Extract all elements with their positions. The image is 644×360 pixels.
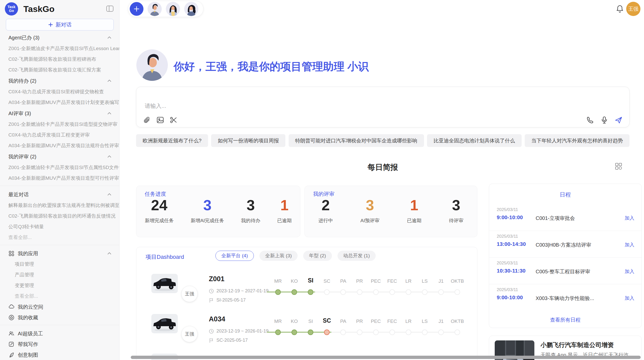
attachment-icon[interactable] xyxy=(143,116,151,124)
sidebar-task-item[interactable]: Z001-全新燃油轻卡产品开发项目SI节点属性5D文件评审 xyxy=(0,162,120,173)
event-time: 10:30-11:30 xyxy=(497,268,525,274)
assistant-avatar-woman-yellow[interactable] xyxy=(166,2,180,16)
stat-item: 1已逾期 xyxy=(407,197,421,224)
divider xyxy=(0,325,120,325)
sidebar-task-item[interactable]: Z001-全新燃油皮卡产品开发项目SI节点Lesson Learn报告 xyxy=(0,43,120,54)
view-all-schedule-link[interactable]: 查看所有日程 xyxy=(489,317,641,323)
microphone-icon[interactable] xyxy=(600,116,608,124)
sidebar-task-item[interactable]: Z001-全新燃油轻卡产品开发项目SI造型提交物评审 xyxy=(0,119,120,130)
schedule-event[interactable]: 2025/03/119:00-10:00X003-车辆动力学性能验...加入 xyxy=(489,284,641,311)
schedule-panel: 日程 2025/03/119:00-10:00C001-立项审批会加入2025/… xyxy=(489,184,642,328)
sidebar-task-item[interactable]: C02-飞腾新能源轻客改款项目里程碑画布 xyxy=(0,54,120,65)
recent-conversation-item[interactable]: 公司Q3轻卡销量 xyxy=(0,221,120,232)
sidebar-task-item[interactable]: C02-飞腾新能源轻客改款项目立项汇报方案 xyxy=(0,65,120,75)
suggestion-chips: 欧洲新规最近颁布了什么?如何写一份清晰的项目周报特朗普可能对进口汽车增税会对中国… xyxy=(136,134,630,147)
app-item[interactable]: 产品管理 xyxy=(0,269,120,280)
app-item[interactable]: 变更管理 xyxy=(0,280,120,291)
sidebar-task-item[interactable]: C0X4-动力总成开发项目SI里程碑提交物检查 xyxy=(0,86,120,97)
feather-pen-icon xyxy=(8,352,14,358)
milestone-dot xyxy=(389,289,395,295)
sidebar-item-favorites[interactable]: 我的收藏 xyxy=(0,312,120,323)
send-icon[interactable] xyxy=(614,116,623,124)
schedule-title: 日程 xyxy=(489,191,641,199)
suggestion-chip[interactable]: 当下年轻人对汽车外观有怎样的喜好趋势 xyxy=(525,134,630,147)
notifications-bell-icon[interactable] xyxy=(616,5,624,13)
milestone-dot xyxy=(357,289,362,295)
stat-item: 24新增完成任务 xyxy=(145,197,174,224)
suggestion-chip[interactable]: 比亚迪全固态电池计划具体说了什么 xyxy=(427,134,522,147)
milestone-label: LR xyxy=(405,278,412,284)
dashboard-filter-tab[interactable]: 动总开发 (1) xyxy=(338,251,376,261)
briefing-layout-icon[interactable] xyxy=(615,163,622,170)
join-meeting-link[interactable]: 加入 xyxy=(625,242,634,248)
my-review-title: 我的评审 xyxy=(313,190,334,198)
app-item[interactable]: 查看全部... xyxy=(0,291,120,302)
chevron-up-icon xyxy=(107,78,112,83)
project-code: Z001 xyxy=(209,275,225,283)
project-code: A034 xyxy=(209,315,225,323)
sidebar-item-cloud-space[interactable]: 我的云空间 xyxy=(0,302,120,312)
stat-value: 24 xyxy=(151,197,168,213)
suggestion-chip[interactable]: 如何写一份清晰的项目周报 xyxy=(211,134,285,147)
stat-item: 3待评审 xyxy=(449,197,463,224)
dashboard-filter-tab[interactable]: 年型 (2) xyxy=(303,251,332,261)
phone-call-icon[interactable] xyxy=(586,116,594,124)
sidebar-task-item[interactable]: A034-全新新能源MUV产品开发项目计划变更表编写 xyxy=(0,97,120,108)
chat-input[interactable] xyxy=(145,102,552,112)
sidebar-item-my-apps[interactable]: 我的应用 xyxy=(0,248,120,259)
sidebar-section-recent[interactable]: 最近对话 xyxy=(0,189,120,200)
stat-item: 3我的待办 xyxy=(241,197,260,224)
stat-value: 3 xyxy=(452,197,460,213)
join-meeting-link[interactable]: 加入 xyxy=(625,268,634,275)
milestone-dot xyxy=(422,289,428,295)
stat-value: 3 xyxy=(203,197,211,213)
sidebar-task-item[interactable]: C0X4-动力总成开发项目工程变更评审 xyxy=(0,130,120,140)
dashboard-filter-tab[interactable]: 全新上装 (3) xyxy=(259,251,298,261)
collapse-sidebar-icon[interactable] xyxy=(106,5,114,12)
assistant-avatar-man[interactable] xyxy=(148,2,162,16)
recent-conversation-item[interactable]: C02-飞腾新能源轻客改款项目的闭环通告反馈情况 xyxy=(0,211,120,221)
recent-conversation-item[interactable]: 查看全部... xyxy=(0,232,120,243)
sidebar-section-header[interactable]: AI评审 (3) xyxy=(0,108,120,119)
project-milestone-tag: SC-2025-05-17 xyxy=(209,338,248,343)
sidebar-item-help-me-write[interactable]: 帮我写作 xyxy=(0,339,120,350)
image-icon[interactable] xyxy=(156,116,164,124)
sidebar-section-header[interactable]: 我的评审 (2) xyxy=(0,151,120,162)
schedule-event[interactable]: 2025/03/119:00-10:00C001-立项审批会加入 xyxy=(489,204,641,231)
horizontal-scrollbar-thumb[interactable] xyxy=(131,356,641,359)
milestone-dot xyxy=(324,329,330,335)
milestone-dot xyxy=(275,289,281,295)
assistant-avatar-woman-blue[interactable] xyxy=(184,2,198,16)
clock-icon xyxy=(209,329,214,334)
add-assistant-button[interactable] xyxy=(130,2,143,16)
sidebar-task-item[interactable]: A034-全新新能源MUV产品开发项目法规符合性评审 xyxy=(0,140,120,151)
schedule-event[interactable]: 2025/03/1110:30-11:30C005-整车工程目标评审加入 xyxy=(489,258,641,284)
milestone-dot xyxy=(373,329,379,335)
sidebar-item-ai-super-staff[interactable]: AI超级员工 xyxy=(0,328,120,339)
milestone-label: MR xyxy=(274,278,282,284)
project-row[interactable]: 王强 Z001 2023-12-19 ~ 2027-01-19 SI-2025-… xyxy=(136,269,477,309)
dashboard-filter-tab[interactable]: 全新平台 (4) xyxy=(215,251,254,261)
chevron-up-icon xyxy=(107,154,112,159)
schedule-event[interactable]: 2025/03/1113:00-14:30C003|H0B-方案冻结评审加入 xyxy=(489,231,641,257)
stat-label: 新增AI完成任务 xyxy=(191,217,224,224)
new-chat-button[interactable]: 新对话 xyxy=(6,19,114,31)
cloud-icon xyxy=(8,304,14,310)
favorites-label: 我的收藏 xyxy=(18,314,112,321)
app-item[interactable]: 项目管理 xyxy=(0,259,120,269)
sidebar-item-creative-drawing[interactable]: 创意制图 xyxy=(0,350,120,360)
sidebar-section-header[interactable]: 我的待办 (2) xyxy=(0,75,120,86)
user-avatar[interactable]: 王强 xyxy=(626,2,640,16)
scissors-icon[interactable] xyxy=(169,116,178,124)
user-name: 王强 xyxy=(628,6,638,12)
stat-label: 新增完成任务 xyxy=(145,217,174,224)
join-meeting-link[interactable]: 加入 xyxy=(625,215,634,221)
sidebar-section-header[interactable]: Agent已办 (3) xyxy=(0,32,120,43)
project-row[interactable]: 王强 A034 2023-12-19 ~ 2026-01-19 SC-2025-… xyxy=(136,309,477,349)
join-meeting-link[interactable]: 加入 xyxy=(625,295,634,302)
stat-value: 1 xyxy=(410,197,418,213)
suggestion-chip[interactable]: 特朗普可能对进口汽车增税会对中国车企造成哪些影响 xyxy=(289,134,424,147)
suggestion-chip[interactable]: 欧洲新规最近颁布了什么? xyxy=(136,134,208,147)
recent-conversation-item[interactable]: 解释最新出台的欧盟报废车法规再生塑料比例被调至15%... xyxy=(0,200,120,211)
sidebar-task-item[interactable]: A034-全新新能源MUV产品开发项目造型可行性评审 xyxy=(0,173,120,184)
